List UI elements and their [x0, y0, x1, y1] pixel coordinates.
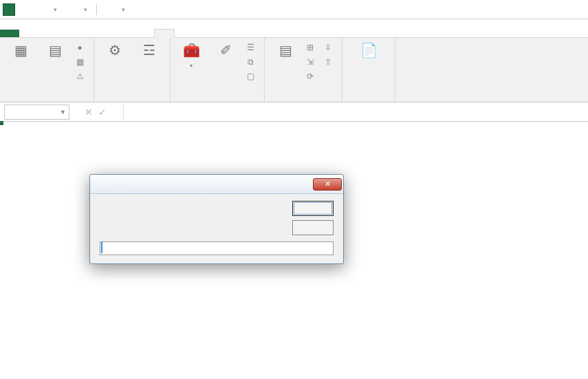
tab-file[interactable]	[0, 30, 19, 37]
document-panel-button[interactable]: 📄	[348, 41, 389, 61]
dialog-cancel-button[interactable]	[292, 220, 334, 235]
tab-data[interactable]	[96, 30, 116, 37]
run-dialog-icon: ▢	[245, 71, 256, 82]
addins-button[interactable]: ⚙	[100, 41, 130, 61]
record-icon: ●	[74, 42, 85, 53]
undo-dropdown-icon[interactable]: ▾	[50, 4, 61, 15]
formula-input[interactable]	[123, 105, 588, 120]
tab-view[interactable]	[135, 30, 154, 37]
close-icon: ✕	[325, 180, 331, 188]
xml-import-button[interactable]: ⇩	[323, 41, 336, 54]
record-macro-button[interactable]: ●	[74, 41, 88, 54]
insert-control-icon: 🧰	[182, 41, 201, 60]
xml-export-button[interactable]: ⇧	[323, 55, 336, 69]
tab-page-layout[interactable]	[58, 30, 77, 37]
map-properties-button[interactable]: ⊞	[305, 41, 318, 54]
relative-refs-icon: ▦	[74, 56, 85, 67]
group-addins-label	[100, 99, 164, 100]
view-code-icon: ⧉	[245, 56, 256, 67]
group-xml: ▤ ⊞ ⇲ ⟳ ⇩ ⇧	[265, 38, 342, 102]
design-mode-button[interactable]: ✐	[210, 41, 241, 61]
dialog-close-button[interactable]: ✕	[313, 178, 342, 191]
use-relative-refs-button[interactable]: ▦	[74, 55, 88, 69]
qat-customize-icon[interactable]: ▾	[118, 4, 129, 15]
app-icon	[3, 3, 15, 16]
group-xml-label	[270, 99, 336, 100]
expansion-packs-button[interactable]: ⇲	[305, 55, 318, 69]
redo-icon[interactable]	[65, 4, 76, 15]
view-code-button[interactable]: ⧉	[245, 55, 259, 69]
chevron-down-icon: ▾	[190, 63, 193, 69]
tab-developer[interactable]	[154, 29, 175, 38]
group-code-label	[6, 99, 88, 100]
separator	[96, 4, 97, 15]
insert-control-button[interactable]: 🧰▾	[176, 41, 206, 69]
dialog-input-value	[101, 242, 102, 253]
cancel-formula-icon[interactable]: ✕	[82, 107, 96, 118]
com-addins-icon: ☲	[140, 41, 159, 60]
xml-source-button[interactable]: ▤	[270, 41, 301, 61]
name-box-dropdown-icon[interactable]: ▼	[60, 109, 66, 116]
export-icon: ⇧	[323, 56, 334, 67]
refresh-data-button[interactable]: ⟳	[305, 69, 318, 83]
tab-review[interactable]	[116, 30, 135, 37]
group-modify: 📄	[342, 38, 395, 102]
enter-formula-icon[interactable]: ✓	[96, 107, 109, 118]
com-addins-button[interactable]: ☲	[134, 41, 164, 61]
formula-bar: ▼ ✕ ✓	[0, 102, 588, 122]
xml-source-icon: ▤	[276, 41, 295, 60]
macros-icon: ▤	[45, 41, 65, 60]
import-icon: ⇩	[323, 42, 334, 53]
undo-icon[interactable]	[34, 4, 45, 15]
properties-icon: ☰	[245, 42, 256, 53]
dialog-titlebar[interactable]: ✕	[90, 175, 343, 194]
run-dialog-button[interactable]: ▢	[245, 69, 259, 83]
refresh-icon: ⟳	[305, 71, 316, 82]
tab-insert[interactable]	[39, 30, 58, 37]
quick-access-toolbar: ▾ ▾ ▾	[0, 0, 588, 19]
ribbon-tabs	[0, 19, 588, 38]
dialog-input[interactable]	[100, 241, 334, 255]
addins-icon: ⚙	[105, 41, 124, 60]
dialog-ok-button[interactable]	[292, 201, 334, 216]
group-addins: ⚙ ☲	[94, 38, 171, 102]
properties-button[interactable]: ☰	[245, 41, 259, 54]
map-props-icon: ⊞	[305, 42, 316, 53]
group-controls-label	[176, 99, 259, 100]
name-box[interactable]: ▼	[4, 105, 69, 120]
redo-dropdown-icon[interactable]: ▾	[80, 4, 91, 15]
cell-selection	[0, 122, 3, 124]
group-code: ▦ ▤ ● ▦ ⚠	[0, 38, 94, 102]
document-panel-icon: 📄	[359, 41, 378, 60]
tab-formulas[interactable]	[77, 30, 96, 37]
save-icon[interactable]	[19, 4, 30, 15]
macro-security-button[interactable]: ⚠	[74, 69, 88, 83]
input-dialog: ✕	[89, 174, 344, 264]
ribbon: ▦ ▤ ● ▦ ⚠ ⚙ ☲ 🧰▾ ✐ ☰	[0, 38, 588, 102]
smiley-icon[interactable]	[102, 4, 113, 15]
visual-basic-icon: ▦	[11, 41, 30, 60]
visual-basic-button[interactable]: ▦	[6, 41, 36, 61]
expansion-icon: ⇲	[305, 56, 316, 67]
group-modify-label	[348, 99, 389, 100]
design-mode-icon: ✐	[216, 41, 235, 60]
group-controls: 🧰▾ ✐ ☰ ⧉ ▢	[171, 38, 265, 102]
tab-home[interactable]	[19, 30, 39, 37]
macros-button[interactable]: ▤	[40, 41, 70, 61]
security-icon: ⚠	[74, 71, 85, 82]
